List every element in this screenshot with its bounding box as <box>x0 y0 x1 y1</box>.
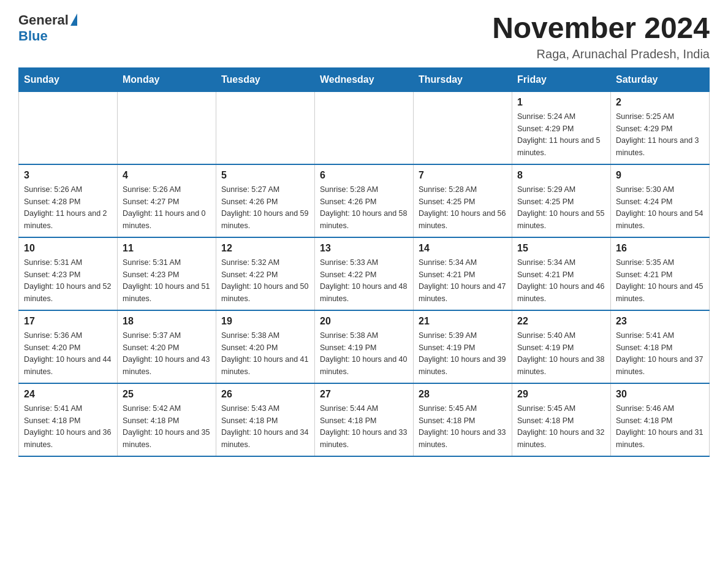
day-of-week-header: Monday <box>118 67 216 91</box>
day-number: 19 <box>221 316 309 327</box>
day-info: Sunrise: 5:31 AM Sunset: 4:23 PM Dayligh… <box>123 258 210 303</box>
day-info: Sunrise: 5:41 AM Sunset: 4:18 PM Dayligh… <box>24 404 111 449</box>
calendar-day-cell: 13Sunrise: 5:33 AM Sunset: 4:22 PM Dayli… <box>315 237 414 310</box>
day-info: Sunrise: 5:34 AM Sunset: 4:21 PM Dayligh… <box>517 258 604 303</box>
day-number: 20 <box>320 316 408 327</box>
calendar-day-cell <box>315 91 414 164</box>
calendar-day-cell <box>216 91 315 164</box>
calendar-table: SundayMondayTuesdayWednesdayThursdayFrid… <box>18 67 710 457</box>
calendar-week-row: 10Sunrise: 5:31 AM Sunset: 4:23 PM Dayli… <box>19 237 710 310</box>
day-number: 28 <box>419 389 507 400</box>
day-info: Sunrise: 5:45 AM Sunset: 4:18 PM Dayligh… <box>419 404 506 449</box>
day-info: Sunrise: 5:41 AM Sunset: 4:18 PM Dayligh… <box>616 331 703 376</box>
day-of-week-header: Tuesday <box>216 67 315 91</box>
day-of-week-header: Saturday <box>611 67 710 91</box>
calendar-day-cell: 25Sunrise: 5:42 AM Sunset: 4:18 PM Dayli… <box>118 383 216 456</box>
calendar-week-row: 17Sunrise: 5:36 AM Sunset: 4:20 PM Dayli… <box>19 310 710 383</box>
day-number: 12 <box>221 243 309 254</box>
day-number: 22 <box>517 316 605 327</box>
day-number: 21 <box>419 316 507 327</box>
day-info: Sunrise: 5:30 AM Sunset: 4:24 PM Dayligh… <box>616 185 703 230</box>
day-info: Sunrise: 5:26 AM Sunset: 4:27 PM Dayligh… <box>123 185 206 230</box>
calendar-header-row: SundayMondayTuesdayWednesdayThursdayFrid… <box>19 67 710 91</box>
day-number: 16 <box>616 243 704 254</box>
calendar-day-cell: 18Sunrise: 5:37 AM Sunset: 4:20 PM Dayli… <box>118 310 216 383</box>
day-number: 3 <box>24 170 112 181</box>
day-info: Sunrise: 5:29 AM Sunset: 4:25 PM Dayligh… <box>517 185 604 230</box>
day-of-week-header: Thursday <box>414 67 512 91</box>
calendar-day-cell: 1Sunrise: 5:24 AM Sunset: 4:29 PM Daylig… <box>512 91 611 164</box>
calendar-day-cell: 28Sunrise: 5:45 AM Sunset: 4:18 PM Dayli… <box>414 383 512 456</box>
day-number: 24 <box>24 389 112 400</box>
day-info: Sunrise: 5:37 AM Sunset: 4:20 PM Dayligh… <box>123 331 210 376</box>
day-number: 25 <box>123 389 211 400</box>
day-info: Sunrise: 5:40 AM Sunset: 4:19 PM Dayligh… <box>517 331 604 376</box>
calendar-week-row: 3Sunrise: 5:26 AM Sunset: 4:28 PM Daylig… <box>19 164 710 237</box>
calendar-day-cell: 27Sunrise: 5:44 AM Sunset: 4:18 PM Dayli… <box>315 383 414 456</box>
title-section: November 2024 Raga, Arunachal Pradesh, I… <box>492 12 710 61</box>
calendar-day-cell: 29Sunrise: 5:45 AM Sunset: 4:18 PM Dayli… <box>512 383 611 456</box>
day-info: Sunrise: 5:28 AM Sunset: 4:26 PM Dayligh… <box>320 185 407 230</box>
day-number: 26 <box>221 389 309 400</box>
day-info: Sunrise: 5:27 AM Sunset: 4:26 PM Dayligh… <box>221 185 308 230</box>
day-number: 6 <box>320 170 408 181</box>
calendar-day-cell: 30Sunrise: 5:46 AM Sunset: 4:18 PM Dayli… <box>611 383 710 456</box>
day-info: Sunrise: 5:46 AM Sunset: 4:18 PM Dayligh… <box>616 404 703 449</box>
calendar-day-cell: 26Sunrise: 5:43 AM Sunset: 4:18 PM Dayli… <box>216 383 315 456</box>
day-info: Sunrise: 5:24 AM Sunset: 4:29 PM Dayligh… <box>517 112 601 157</box>
calendar-day-cell: 23Sunrise: 5:41 AM Sunset: 4:18 PM Dayli… <box>611 310 710 383</box>
day-info: Sunrise: 5:35 AM Sunset: 4:21 PM Dayligh… <box>616 258 703 303</box>
calendar-week-row: 1Sunrise: 5:24 AM Sunset: 4:29 PM Daylig… <box>19 91 710 164</box>
calendar-day-cell: 4Sunrise: 5:26 AM Sunset: 4:27 PM Daylig… <box>118 164 216 237</box>
day-info: Sunrise: 5:36 AM Sunset: 4:20 PM Dayligh… <box>24 331 111 376</box>
calendar-day-cell <box>19 91 118 164</box>
calendar-day-cell: 16Sunrise: 5:35 AM Sunset: 4:21 PM Dayli… <box>611 237 710 310</box>
calendar-day-cell: 8Sunrise: 5:29 AM Sunset: 4:25 PM Daylig… <box>512 164 611 237</box>
day-info: Sunrise: 5:38 AM Sunset: 4:20 PM Dayligh… <box>221 331 308 376</box>
day-number: 30 <box>616 389 704 400</box>
calendar-day-cell: 2Sunrise: 5:25 AM Sunset: 4:29 PM Daylig… <box>611 91 710 164</box>
day-of-week-header: Friday <box>512 67 611 91</box>
day-of-week-header: Sunday <box>19 67 118 91</box>
page-header: General Blue November 2024 Raga, Arunach… <box>18 12 710 61</box>
day-number: 29 <box>517 389 605 400</box>
calendar-day-cell: 20Sunrise: 5:38 AM Sunset: 4:19 PM Dayli… <box>315 310 414 383</box>
logo-arrow-icon <box>70 13 77 26</box>
calendar-day-cell: 10Sunrise: 5:31 AM Sunset: 4:23 PM Dayli… <box>19 237 118 310</box>
calendar-day-cell: 21Sunrise: 5:39 AM Sunset: 4:19 PM Dayli… <box>414 310 512 383</box>
calendar-day-cell: 7Sunrise: 5:28 AM Sunset: 4:25 PM Daylig… <box>414 164 512 237</box>
day-number: 27 <box>320 389 408 400</box>
day-info: Sunrise: 5:39 AM Sunset: 4:19 PM Dayligh… <box>419 331 506 376</box>
logo-general-text: General <box>18 12 69 28</box>
day-number: 14 <box>419 243 507 254</box>
day-number: 8 <box>517 170 605 181</box>
day-info: Sunrise: 5:25 AM Sunset: 4:29 PM Dayligh… <box>616 112 699 157</box>
day-info: Sunrise: 5:26 AM Sunset: 4:28 PM Dayligh… <box>24 185 107 230</box>
month-title: November 2024 <box>492 12 710 45</box>
calendar-day-cell: 3Sunrise: 5:26 AM Sunset: 4:28 PM Daylig… <box>19 164 118 237</box>
day-number: 9 <box>616 170 704 181</box>
calendar-day-cell: 12Sunrise: 5:32 AM Sunset: 4:22 PM Dayli… <box>216 237 315 310</box>
calendar-day-cell <box>414 91 512 164</box>
day-number: 18 <box>123 316 211 327</box>
calendar-day-cell: 19Sunrise: 5:38 AM Sunset: 4:20 PM Dayli… <box>216 310 315 383</box>
day-info: Sunrise: 5:45 AM Sunset: 4:18 PM Dayligh… <box>517 404 604 449</box>
day-info: Sunrise: 5:44 AM Sunset: 4:18 PM Dayligh… <box>320 404 407 449</box>
day-info: Sunrise: 5:32 AM Sunset: 4:22 PM Dayligh… <box>221 258 308 303</box>
day-info: Sunrise: 5:34 AM Sunset: 4:21 PM Dayligh… <box>419 258 506 303</box>
day-of-week-header: Wednesday <box>315 67 414 91</box>
day-number: 10 <box>24 243 112 254</box>
calendar-day-cell: 14Sunrise: 5:34 AM Sunset: 4:21 PM Dayli… <box>414 237 512 310</box>
calendar-day-cell: 22Sunrise: 5:40 AM Sunset: 4:19 PM Dayli… <box>512 310 611 383</box>
logo-blue-text: Blue <box>18 28 48 44</box>
day-number: 13 <box>320 243 408 254</box>
day-info: Sunrise: 5:43 AM Sunset: 4:18 PM Dayligh… <box>221 404 308 449</box>
day-number: 1 <box>517 97 605 108</box>
day-number: 2 <box>616 97 704 108</box>
day-info: Sunrise: 5:33 AM Sunset: 4:22 PM Dayligh… <box>320 258 407 303</box>
day-number: 7 <box>419 170 507 181</box>
calendar-day-cell: 9Sunrise: 5:30 AM Sunset: 4:24 PM Daylig… <box>611 164 710 237</box>
day-number: 5 <box>221 170 309 181</box>
calendar-day-cell: 11Sunrise: 5:31 AM Sunset: 4:23 PM Dayli… <box>118 237 216 310</box>
day-info: Sunrise: 5:42 AM Sunset: 4:18 PM Dayligh… <box>123 404 210 449</box>
